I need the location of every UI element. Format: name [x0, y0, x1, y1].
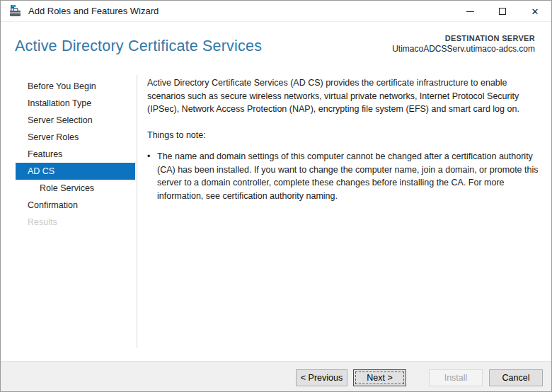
minimize-icon [466, 11, 474, 12]
destination-server-block: DESTINATION SERVER UtimacoADCSServ.utima… [392, 34, 535, 54]
next-button[interactable]: Next > [353, 369, 406, 386]
sidebar-item-results: Results [16, 214, 135, 231]
maximize-button[interactable] [486, 1, 519, 22]
adcs-description: Active Directory Certificate Services (A… [147, 76, 541, 116]
cancel-button[interactable]: Cancel [489, 369, 543, 386]
sidebar-item-role-services[interactable]: Role Services [16, 180, 135, 197]
sidebar-item-before-you-begin[interactable]: Before You Begin [16, 78, 135, 95]
add-roles-wizard-window: Add Roles and Features Wizard ✕ Active D… [0, 0, 552, 392]
destination-server-name: UtimacoADCSServ.utimaco-adcs.com [392, 44, 535, 54]
maximize-icon [499, 8, 506, 15]
previous-button[interactable]: < Previous [296, 369, 347, 386]
things-to-note-heading: Things to note: [147, 129, 541, 142]
sidebar-item-ad-cs[interactable]: AD CS [16, 163, 135, 180]
footer-bar: < Previous Next > Install Cancel [1, 361, 551, 391]
note-text: The name and domain settings of this com… [157, 150, 541, 202]
minimize-button[interactable] [454, 1, 486, 22]
bullet-icon: • [147, 150, 157, 202]
page-content: Active Directory Certificate Services (A… [147, 76, 541, 202]
sidebar-item-installation-type[interactable]: Installation Type [16, 95, 135, 112]
sidebar-item-features[interactable]: Features [16, 146, 135, 163]
wizard-body: Before You Begin Installation Type Serve… [1, 71, 551, 361]
close-icon: ✕ [531, 7, 539, 16]
close-button[interactable]: ✕ [519, 1, 551, 22]
list-item: • The name and domain settings of this c… [147, 150, 541, 202]
window-controls: ✕ [454, 1, 551, 22]
page-title: Active Directory Certificate Services [15, 38, 262, 55]
server-manager-icon [9, 5, 22, 18]
install-button: Install [429, 369, 483, 386]
notes-list: • The name and domain settings of this c… [147, 150, 541, 202]
sidebar-item-confirmation[interactable]: Confirmation [16, 197, 135, 214]
wizard-steps-sidebar: Before You Begin Installation Type Serve… [1, 78, 137, 231]
sidebar-item-server-roles[interactable]: Server Roles [16, 129, 135, 146]
sidebar-divider [137, 75, 137, 348]
window-title: Add Roles and Features Wizard [28, 6, 159, 16]
wizard-header: Active Directory Certificate Services DE… [1, 22, 551, 71]
sidebar-item-server-selection[interactable]: Server Selection [16, 112, 135, 129]
destination-server-label: DESTINATION SERVER [392, 34, 535, 42]
title-bar: Add Roles and Features Wizard ✕ [1, 1, 551, 22]
